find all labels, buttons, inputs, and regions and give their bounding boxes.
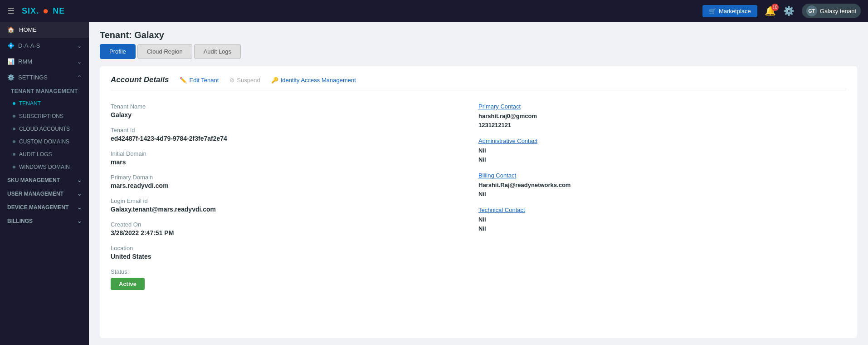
primary-domain-field: Primary Domain mars.readyvdi.com — [111, 174, 478, 189]
tab-audit-logs[interactable]: Audit Logs — [194, 44, 241, 59]
sidebar-item-sku-management[interactable]: SKU MANAGEMENT ⌄ — [0, 173, 89, 187]
left-column: Tenant Name Galaxy Tenant Id ed42487f-14… — [111, 99, 478, 302]
sidebar-item-rmm[interactable]: 📊 RMM ⌄ — [0, 54, 89, 69]
status-badge: Active — [111, 278, 145, 290]
tenant-management-label: TENANT MANAGEMENT — [11, 88, 78, 94]
settings-icon-button[interactable]: ⚙️ — [783, 5, 795, 16]
billing-contact-section: Billing Contact Harshit.Raj@readynetwork… — [478, 172, 846, 198]
primary-contact-title[interactable]: Primary Contact — [478, 103, 846, 110]
technical-contact-title[interactable]: Technical Contact — [478, 207, 846, 213]
chevron-down-icon: ⌄ — [77, 204, 82, 211]
primary-contact-line2: 1231212121 — [478, 121, 846, 130]
administrative-contact-section: Administrative Contact Nil Nil — [478, 138, 846, 164]
status-label: Status: — [111, 268, 478, 275]
tenant-id-value: ed42487f-1423-4d79-9784-2f3fe7af2e74 — [111, 135, 478, 142]
sidebar-item-audit-logs[interactable]: AUDIT LOGS — [0, 148, 89, 161]
sidebar-daas-label: D-A-A-S — [18, 42, 73, 49]
suspend-icon: ⊘ — [229, 77, 234, 84]
sidebar-section-tenant-management: TENANT MANAGEMENT — [0, 85, 89, 97]
sidebar: 🏠 HOME 💠 D-A-A-S ⌄ 📊 RMM ⌄ ⚙️ SETTINGS ⌃… — [0, 22, 89, 345]
cart-icon: 🛒 — [709, 8, 716, 15]
sidebar-item-windows-domain[interactable]: WINDOWS DOMAIN — [0, 161, 89, 173]
tab-profile[interactable]: Profile — [100, 44, 136, 59]
administrative-contact-line1: Nil — [478, 146, 846, 155]
initial-domain-field: Initial Domain mars — [111, 150, 478, 166]
dot-icon — [13, 153, 15, 156]
home-icon: 🏠 — [7, 26, 15, 33]
created-on-field: Created On 3/28/2022 2:47:51 PM — [111, 221, 478, 237]
dot-icon — [13, 140, 15, 143]
marketplace-label: Marketplace — [719, 8, 751, 15]
page-header: Tenant: Galaxy — [89, 22, 868, 44]
hamburger-icon[interactable]: ☰ — [7, 6, 15, 16]
tab-cloud-region[interactable]: Cloud Region — [137, 44, 192, 59]
iam-label: Identity Access Management — [281, 77, 356, 84]
primary-domain-label: Primary Domain — [111, 174, 478, 181]
rmm-icon: 📊 — [7, 58, 15, 65]
sidebar-home-label: HOME — [19, 26, 37, 33]
tenant-id-field: Tenant Id ed42487f-1423-4d79-9784-2f3fe7… — [111, 127, 478, 142]
administrative-contact-line2: Nil — [478, 155, 846, 164]
windows-domain-label: WINDOWS DOMAIN — [19, 164, 70, 170]
billing-contact-title[interactable]: Billing Contact — [478, 172, 846, 179]
iam-icon: 🔑 — [271, 77, 278, 84]
administrative-contact-title[interactable]: Administrative Contact — [478, 138, 846, 144]
sidebar-item-user-management[interactable]: USER MANAGEMENT ⌄ — [0, 187, 89, 201]
login-email-value: Galaxy.tenant@mars.readyvdi.com — [111, 206, 478, 213]
sidebar-item-cloud-accounts[interactable]: CLOUD ACCOUNTS — [0, 123, 89, 135]
sidebar-item-settings[interactable]: ⚙️ SETTINGS ⌃ — [0, 69, 89, 85]
audit-logs-label: AUDIT LOGS — [19, 151, 52, 158]
card-header: Account Details ✏️ Edit Tenant ⊘ Suspend… — [111, 75, 846, 90]
sidebar-rmm-label: RMM — [18, 58, 73, 65]
tenant-name-label: Tenant Name — [111, 103, 478, 110]
billings-label: BILLINGS — [7, 218, 33, 224]
initial-domain-label: Initial Domain — [111, 150, 478, 157]
logo: SIX.●NE — [22, 5, 65, 17]
technical-contact-section: Technical Contact Nil Nil — [478, 207, 846, 233]
chevron-down-icon: ⌄ — [77, 177, 82, 183]
suspend-label: Suspend — [237, 77, 260, 84]
avatar: GT — [806, 5, 817, 16]
sidebar-item-tenant[interactable]: TENANT — [0, 97, 89, 110]
sku-management-label: SKU MANAGEMENT — [7, 177, 60, 183]
page-title: Tenant: Galaxy — [100, 30, 857, 40]
dot-icon — [13, 128, 15, 130]
user-chip[interactable]: GT Galaxy tenant — [802, 4, 861, 18]
chevron-down-icon: ⌄ — [77, 59, 82, 65]
edit-tenant-button[interactable]: ✏️ Edit Tenant — [180, 77, 219, 84]
marketplace-button[interactable]: 🛒 Marketplace — [702, 5, 757, 17]
dot-icon — [13, 166, 15, 168]
sidebar-item-daas[interactable]: 💠 D-A-A-S ⌄ — [0, 38, 89, 54]
sidebar-item-billings[interactable]: BILLINGS ⌄ — [0, 214, 89, 228]
chevron-down-icon: ⌄ — [77, 43, 82, 49]
chevron-down-icon: ⌄ — [77, 218, 82, 224]
location-value: United States — [111, 253, 478, 260]
suspend-button[interactable]: ⊘ Suspend — [229, 77, 260, 84]
daas-icon: 💠 — [7, 42, 15, 49]
account-details-card: Account Details ✏️ Edit Tenant ⊘ Suspend… — [100, 66, 857, 338]
notification-badge: 10 — [771, 4, 779, 11]
billing-contact-line2: Nil — [478, 190, 846, 199]
sidebar-item-subscriptions[interactable]: SUBSCRIPTIONS — [0, 110, 89, 123]
user-management-label: USER MANAGEMENT — [7, 191, 63, 197]
cloud-accounts-label: CLOUD ACCOUNTS — [19, 126, 70, 132]
chevron-up-icon: ⌃ — [77, 74, 82, 81]
content-grid: Tenant Name Galaxy Tenant Id ed42487f-14… — [111, 99, 846, 302]
sidebar-item-custom-domains[interactable]: CUSTOM DOMAINS — [0, 135, 89, 148]
dot-icon — [13, 115, 15, 118]
tenant-name-value: Galaxy — [111, 111, 478, 118]
sidebar-item-home[interactable]: 🏠 HOME — [0, 22, 89, 38]
notification-button[interactable]: 🔔 10 — [765, 5, 776, 16]
sidebar-item-device-management[interactable]: DEVICE MANAGEMENT ⌄ — [0, 201, 89, 214]
card-title: Account Details — [111, 75, 169, 84]
main-content: Tenant: Galaxy Profile Cloud Region Audi… — [89, 22, 868, 345]
created-on-label: Created On — [111, 221, 478, 228]
iam-button[interactable]: 🔑 Identity Access Management — [271, 77, 356, 84]
location-field: Location United States — [111, 245, 478, 260]
primary-contact-line1: harshit.raj0@gmcom — [478, 112, 846, 121]
device-management-label: DEVICE MANAGEMENT — [7, 204, 68, 211]
active-dot-icon — [13, 102, 15, 105]
tenant-label: TENANT — [19, 100, 41, 107]
custom-domains-label: CUSTOM DOMAINS — [19, 138, 69, 145]
topnav: ☰ SIX.●NE 🛒 Marketplace 🔔 10 ⚙️ GT Galax… — [0, 0, 868, 22]
